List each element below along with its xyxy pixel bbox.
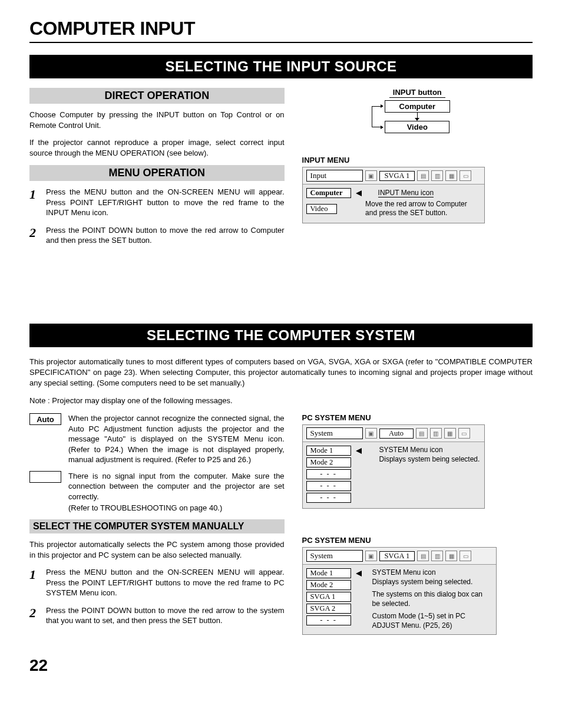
- menu-item-mode1: Mode 1: [306, 446, 351, 456]
- diagram-title: INPUT button: [389, 88, 445, 98]
- menu-icon: ▭: [459, 551, 471, 561]
- menu-item-dash: - - -: [306, 615, 351, 625]
- menu-item-svga2: SVGA 2: [306, 604, 351, 614]
- menu-item-mode1: Mode 1: [306, 568, 351, 578]
- menu-icon: ▣: [365, 551, 377, 561]
- menu-op-step2: Press the POINT DOWN button to move the …: [46, 225, 285, 246]
- menu-icon: ▦: [445, 170, 457, 181]
- subhead-direct-operation: DIRECT OPERATION: [29, 88, 285, 104]
- section2-note: Note : Projector may display one of the …: [29, 396, 533, 406]
- blank-text1: There is no signal input from the comput…: [68, 471, 285, 502]
- callout-system-menu-icon-2: SYSTEM Menu icon: [372, 568, 492, 578]
- menu-item-mode2: Mode 2: [306, 580, 351, 590]
- menu-item-dash: - - -: [306, 481, 351, 491]
- diagram-computer-box: Computer: [385, 100, 450, 113]
- subhead-menu-operation: MENU OPERATION: [29, 165, 285, 181]
- menu-icon: ▣: [365, 428, 377, 439]
- menu-icon: ▥: [431, 170, 443, 181]
- pc-menu2-value-cell: SVGA 1: [379, 551, 415, 561]
- menu-item-dash: - - -: [306, 493, 351, 503]
- callout-input-menu-icon: INPUT Menu icon: [378, 189, 434, 197]
- menu-item-mode2: Mode 2: [306, 457, 351, 467]
- pc-menu1-title-cell: System: [306, 427, 363, 439]
- menu-icon: ▥: [430, 428, 442, 439]
- section-banner-computer-system: SELECTING THE COMPUTER SYSTEM: [29, 324, 533, 347]
- input-menu-title-cell: Input: [306, 170, 363, 182]
- menu-op-step1: Press the MENU button and the ON-SCREEN …: [46, 187, 285, 218]
- menu-icon: ▣: [365, 170, 377, 181]
- section-banner-input-source: SELECTING THE INPUT SOURCE: [29, 55, 533, 78]
- menu-icon: ▥: [431, 551, 443, 561]
- direct-op-p1: Choose Computer by pressing the INPUT bu…: [29, 110, 285, 130]
- manual-p1: This projector automatically selects the…: [29, 539, 285, 560]
- red-arrow-icon: [356, 190, 362, 196]
- menu-icon: ▤: [417, 551, 429, 561]
- callout-dialog-selectable: The systems on this dialog box can be se…: [372, 590, 492, 608]
- section2-intro: This projector automatically tunes to mo…: [29, 357, 533, 389]
- step-number-2: 2: [29, 225, 46, 246]
- red-arrow-icon: [356, 448, 362, 454]
- menu-icon: ▭: [459, 170, 471, 181]
- pc-system-menu-label-2: PC SYSTEM MENU: [302, 536, 533, 545]
- callout-displays-system-2: Displays system being selected.: [372, 578, 492, 587]
- step-number-2b: 2: [29, 605, 46, 626]
- step-number-1: 1: [29, 187, 46, 218]
- menu-icon: ▤: [416, 428, 428, 439]
- manual-step2: Press the POINT DOWN button to move the …: [46, 605, 285, 626]
- pc-system-menu-panel-1: System ▣ Auto ▤ ▥ ▦ ▭ Mode 1 Mode 2 - - …: [302, 424, 485, 509]
- auto-label-box: Auto: [29, 413, 61, 425]
- diagram-video-box: Video: [385, 121, 449, 133]
- pc-menu1-value-cell: Auto: [379, 429, 414, 439]
- blank-text2: (Refer to TROUBLESHOOTING on page 40.): [68, 503, 285, 513]
- direct-op-p2: If the projector cannot reproduce a prop…: [29, 137, 285, 158]
- input-menu-label: INPUT MENU: [302, 156, 533, 164]
- blank-label-box: ––––: [29, 471, 61, 483]
- menu-icon: ▦: [444, 428, 456, 439]
- input-menu-panel: Input ▣ SVGA 1 ▤ ▥ ▦ ▭ Computer INPUT Me…: [302, 167, 485, 223]
- page-title: COMPUTER INPUT: [29, 18, 533, 43]
- menu-item-video: Video: [306, 204, 337, 214]
- page-number: 22: [29, 656, 533, 675]
- menu-item-dash: - - -: [306, 469, 351, 479]
- callout-displays-system: Displays system being selected.: [379, 455, 480, 465]
- step-number-1b: 1: [29, 567, 46, 598]
- callout-custom-mode: Custom Mode (1~5) set in PC ADJUST Menu.…: [372, 612, 492, 630]
- pc-system-menu-label-1: PC SYSTEM MENU: [302, 413, 533, 422]
- callout-move-arrow: Move the red arrow to Computer and press…: [365, 200, 481, 218]
- menu-icon: ▦: [445, 551, 457, 561]
- input-button-diagram: INPUT button Computer Video: [364, 88, 470, 133]
- input-menu-value-cell: SVGA 1: [379, 171, 415, 181]
- subhead-select-manually: SELECT THE COMPUTER SYSTEM MANUALLY: [29, 519, 285, 533]
- menu-icon: ▭: [458, 428, 470, 439]
- pc-system-menu-panel-2: System ▣ SVGA 1 ▤ ▥ ▦ ▭ Mode 1 Mode 2 SV…: [302, 547, 497, 635]
- auto-text: When the projector cannot recognize the …: [68, 413, 285, 465]
- pc-menu2-title-cell: System: [306, 550, 363, 562]
- callout-system-menu-icon: SYSTEM Menu icon: [379, 446, 480, 455]
- red-arrow-icon: [356, 571, 362, 577]
- menu-item-computer: Computer: [306, 188, 351, 198]
- manual-step1: Press the MENU button and the ON-SCREEN …: [46, 567, 285, 598]
- menu-icon: ▤: [417, 170, 429, 181]
- menu-item-svga1: SVGA 1: [306, 592, 351, 602]
